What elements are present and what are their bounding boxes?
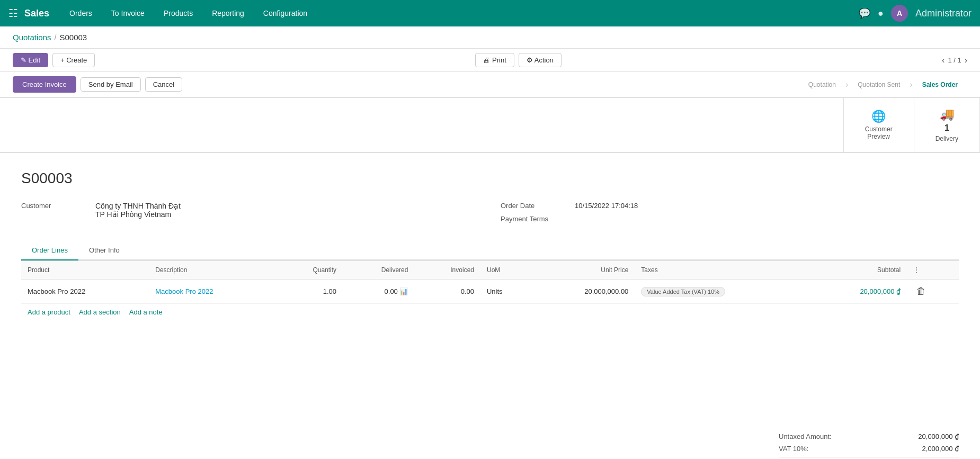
nav-configuration[interactable]: Configuration (256, 0, 315, 26)
cell-delivered: 0.00 📊 (343, 280, 414, 304)
order-date-row: Order Date 10/15/2022 17:04:18 (501, 202, 959, 210)
fields-left: Customer Công ty THNH Thành Đạt TP Hải P… (21, 202, 479, 228)
delivery-label: Delivery (936, 135, 958, 142)
toolbar: ✎ Edit + Create 🖨 Print ⚙ Action ‹ 1 / 1… (0, 49, 980, 72)
fields-right: Order Date 10/15/2022 17:04:18 Payment T… (479, 202, 959, 228)
col-actions: ⋮ (907, 261, 959, 280)
apps-icon[interactable]: ☷ (8, 7, 18, 20)
breadcrumb-current: S00003 (59, 33, 87, 42)
col-quantity: Quantity (277, 261, 343, 280)
info-bar-left (0, 98, 843, 152)
vat-row: VAT 10%: 2,000,000 ₫ (779, 443, 959, 455)
info-bar: 🌐 CustomerPreview 🚚 1 Delivery (0, 98, 980, 153)
col-uom: UoM (480, 261, 532, 280)
status-bar: Create Invoice Send by Email Cancel Quot… (0, 72, 980, 98)
breadcrumb-parent[interactable]: Quotations (13, 33, 51, 42)
globe-icon: 🌐 (871, 110, 886, 123)
add-product-link[interactable]: Add a product (28, 308, 70, 316)
order-date-label: Order Date (501, 202, 575, 210)
tax-badge: Value Added Tax (VAT) 10% (641, 287, 725, 296)
tab-order-lines[interactable]: Order Lines (21, 241, 78, 260)
cell-taxes: Value Added Tax (VAT) 10% (635, 280, 810, 304)
add-links: Add a product Add a section Add a note (21, 304, 959, 320)
print-button[interactable]: 🖨 Print (475, 53, 514, 67)
status-sales-order: Sales Order (913, 78, 967, 91)
next-page-arrow[interactable]: › (965, 56, 967, 65)
cell-subtotal: 20,000,000 ₫ (810, 280, 907, 304)
col-delivered: Delivered (343, 261, 414, 280)
cell-unit-price: 20,000,000.00 (532, 280, 635, 304)
clock-icon[interactable]: ● (878, 8, 884, 19)
customer-field-row: Customer Công ty THNH Thành Đạt TP Hải P… (21, 202, 479, 219)
breadcrumb-separator: / (55, 33, 57, 42)
untaxed-value: 20,000,000 ₫ (918, 433, 959, 440)
cell-quantity: 1.00 (277, 280, 343, 304)
col-invoiced: Invoiced (414, 261, 480, 280)
col-subtotal: Subtotal (810, 261, 907, 280)
brand-name: Sales (24, 8, 49, 19)
truck-icon: 🚚 (940, 107, 954, 121)
cell-product: Macbook Pro 2022 (21, 280, 149, 304)
untaxed-label: Untaxed Amount: (779, 433, 832, 440)
create-invoice-button[interactable]: Create Invoice (13, 76, 76, 93)
totals-section: Untaxed Amount: 20,000,000 ₫ VAT 10%: 2,… (0, 418, 980, 459)
action-button[interactable]: ⚙ Action (519, 53, 562, 67)
nav-orders[interactable]: Orders (62, 0, 100, 26)
cell-description[interactable]: Macbook Pro 2022 (149, 280, 277, 304)
cell-row-action[interactable]: 🗑 (907, 280, 959, 304)
col-product: Product (21, 261, 149, 280)
document-fields: Customer Công ty THNH Thành Đạt TP Hải P… (21, 202, 959, 228)
pagination: ‹ 1 / 1 › (942, 56, 967, 65)
send-by-email-button[interactable]: Send by Email (81, 77, 141, 92)
order-lines-table: Product Description Quantity Delivered I… (21, 260, 959, 304)
tab-other-info[interactable]: Other Info (78, 241, 130, 260)
customer-preview-action[interactable]: 🌐 CustomerPreview (844, 98, 914, 152)
nav-reporting[interactable]: Reporting (204, 0, 252, 26)
col-unit-price: Unit Price (532, 261, 635, 280)
cancel-button[interactable]: Cancel (145, 77, 182, 92)
document-section: 🌐 CustomerPreview 🚚 1 Delivery S00003 Cu… (0, 98, 980, 459)
create-button[interactable]: + Create (52, 53, 95, 67)
pagination-text: 1 / 1 (948, 56, 961, 64)
delivery-action[interactable]: 🚚 1 Delivery (914, 98, 980, 152)
tabs: Order Lines Other Info (21, 241, 959, 260)
untaxed-amount-row: Untaxed Amount: 20,000,000 ₫ (779, 430, 959, 443)
customer-label: Customer (21, 202, 95, 210)
customer-address: TP Hải Phòng Vietnam (95, 210, 181, 219)
customer-value: Công ty THNH Thành Đạt TP Hải Phòng Viet… (95, 202, 181, 219)
breadcrumb: Quotations / S00003 (0, 26, 980, 49)
cell-uom: Units (480, 280, 532, 304)
table-row: Macbook Pro 2022 Macbook Pro 2022 1.00 0… (21, 280, 959, 304)
nav-to-invoice[interactable]: To Invoice (104, 0, 152, 26)
col-description: Description (149, 261, 277, 280)
avatar[interactable]: A (891, 5, 908, 22)
document-title: S00003 (21, 170, 959, 187)
prev-page-arrow[interactable]: ‹ (942, 56, 945, 65)
nav-products[interactable]: Products (156, 0, 200, 26)
total-row: Total: 22,000,000 ₫ (779, 457, 959, 459)
totals-table: Untaxed Amount: 20,000,000 ₫ VAT 10%: 2,… (779, 430, 959, 459)
vat-value: 2,000,000 ₫ (922, 445, 959, 453)
chat-icon[interactable]: 💬 (859, 7, 870, 19)
customer-name: Công ty THNH Thành Đạt (95, 202, 181, 210)
top-navigation: ☷ Sales Orders To Invoice Products Repor… (0, 0, 980, 26)
table-header-row: Product Description Quantity Delivered I… (21, 261, 959, 280)
payment-terms-row: Payment Terms (501, 215, 959, 223)
status-quotation: Quotation (799, 78, 845, 91)
status-steps: Quotation › Quotation Sent › Sales Order (799, 78, 967, 91)
order-date-value: 10/15/2022 17:04:18 (575, 202, 638, 210)
delivery-count: 1 (945, 123, 949, 133)
vat-label: VAT 10%: (779, 445, 808, 453)
cell-invoiced: 0.00 (414, 280, 480, 304)
info-bar-actions: 🌐 CustomerPreview 🚚 1 Delivery (843, 98, 980, 152)
row-delete-button[interactable]: 🗑 (913, 285, 929, 298)
username[interactable]: Administrator (915, 8, 972, 19)
status-quotation-sent: Quotation Sent (848, 78, 910, 91)
nav-icons: 💬 ● A Administrator (859, 5, 972, 22)
edit-button[interactable]: ✎ Edit (13, 53, 48, 67)
add-section-link[interactable]: Add a section (79, 308, 121, 316)
payment-terms-label: Payment Terms (501, 215, 575, 223)
add-note-link[interactable]: Add a note (129, 308, 163, 316)
document-body: S00003 Customer Công ty THNH Thành Đạt T… (0, 153, 980, 418)
col-taxes: Taxes (635, 261, 810, 280)
